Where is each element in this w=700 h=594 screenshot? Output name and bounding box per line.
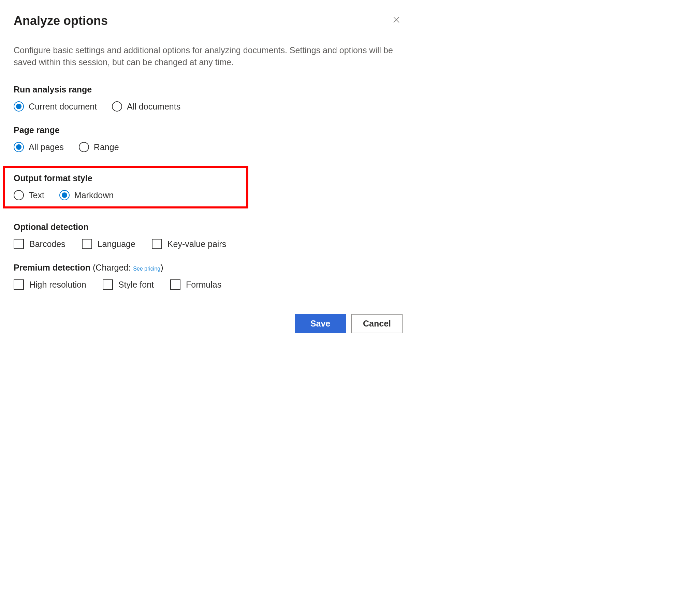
checkbox-icon: [170, 279, 180, 290]
output-format-label: Output format style: [14, 173, 244, 183]
output-format-section-highlighted: Output format style Text Markdown: [3, 166, 248, 208]
page-range-section: Page range All pages Range: [14, 125, 403, 152]
page-range-label: Page range: [14, 125, 403, 135]
checkbox-icon: [14, 239, 24, 249]
checkbox-label: Key-value pairs: [167, 239, 226, 249]
radio-range[interactable]: Range: [79, 142, 119, 152]
checkbox-label: Language: [98, 239, 135, 249]
radio-label: Current document: [29, 102, 97, 112]
premium-detection-checkbox-group: High resolution Style font Formulas: [14, 279, 403, 290]
radio-label: Markdown: [74, 190, 114, 200]
radio-label: All pages: [29, 142, 64, 152]
page-range-radio-group: All pages Range: [14, 142, 403, 152]
radio-icon: [112, 101, 122, 112]
checkbox-label: Style font: [118, 280, 154, 290]
optional-detection-section: Optional detection Barcodes Language Key…: [14, 222, 403, 249]
save-button[interactable]: Save: [295, 314, 346, 333]
dialog-description: Configure basic settings and additional …: [14, 44, 403, 68]
analyze-options-dialog: Analyze options Configure basic settings…: [14, 14, 403, 333]
radio-icon: [14, 142, 24, 152]
optional-detection-checkbox-group: Barcodes Language Key-value pairs: [14, 239, 403, 249]
cancel-button[interactable]: Cancel: [351, 314, 403, 333]
radio-all-documents[interactable]: All documents: [112, 101, 180, 112]
radio-text[interactable]: Text: [14, 190, 44, 200]
checkbox-key-value-pairs[interactable]: Key-value pairs: [152, 239, 226, 249]
radio-label: All documents: [127, 102, 180, 112]
premium-detection-section: Premium detection (Charged: See pricing)…: [14, 263, 403, 290]
checkbox-language[interactable]: Language: [82, 239, 135, 249]
radio-all-pages[interactable]: All pages: [14, 142, 64, 152]
checkbox-icon: [82, 239, 92, 249]
radio-icon: [14, 190, 24, 200]
radio-markdown[interactable]: Markdown: [59, 190, 114, 200]
dialog-button-row: Save Cancel: [14, 314, 403, 333]
close-button[interactable]: [390, 14, 403, 27]
checkbox-high-resolution[interactable]: High resolution: [14, 279, 86, 290]
radio-icon: [59, 190, 70, 200]
analysis-range-section: Run analysis range Current document All …: [14, 85, 403, 112]
radio-icon: [14, 101, 24, 112]
premium-detection-label: Premium detection: [14, 263, 90, 272]
checkbox-barcodes[interactable]: Barcodes: [14, 239, 65, 249]
checkbox-label: High resolution: [29, 280, 86, 290]
output-format-radio-group: Text Markdown: [14, 190, 244, 200]
radio-label: Text: [29, 190, 44, 200]
see-pricing-link[interactable]: See pricing: [133, 266, 160, 272]
checkbox-icon: [152, 239, 162, 249]
radio-icon: [79, 142, 89, 152]
analysis-range-radio-group: Current document All documents: [14, 101, 403, 112]
radio-current-document[interactable]: Current document: [14, 101, 97, 112]
checkbox-formulas[interactable]: Formulas: [170, 279, 221, 290]
radio-label: Range: [94, 142, 119, 152]
checkbox-label: Formulas: [186, 280, 221, 290]
checkbox-label: Barcodes: [29, 239, 65, 249]
charged-prefix: (Charged:: [90, 263, 133, 272]
dialog-title: Analyze options: [14, 14, 108, 28]
dialog-header: Analyze options: [14, 14, 403, 28]
optional-detection-label: Optional detection: [14, 222, 403, 232]
close-icon: [393, 16, 400, 25]
checkbox-icon: [103, 279, 113, 290]
checkbox-icon: [14, 279, 24, 290]
premium-detection-header: Premium detection (Charged: See pricing): [14, 263, 403, 273]
analysis-range-label: Run analysis range: [14, 85, 403, 95]
checkbox-style-font[interactable]: Style font: [103, 279, 154, 290]
charged-suffix: ): [160, 263, 163, 272]
